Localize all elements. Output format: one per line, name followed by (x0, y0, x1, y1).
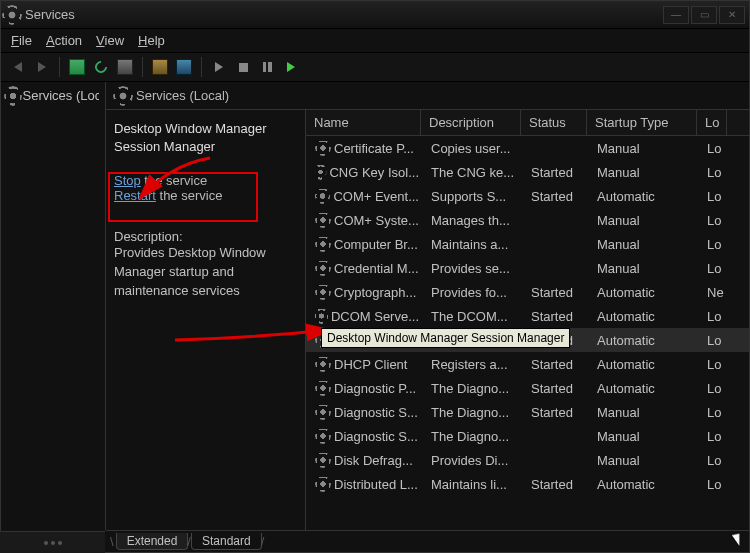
cell-name: Distributed L... (334, 477, 418, 492)
tree-pane: Services (Local) (1, 82, 106, 530)
cell-logon: Lo (701, 429, 731, 444)
col-logon[interactable]: Lo (697, 110, 727, 135)
play-icon (215, 62, 223, 72)
table-row[interactable]: CNG Key Isol...The CNG ke...StartedManua… (306, 160, 749, 184)
tab-standard[interactable]: Standard (191, 533, 262, 550)
cell-startup: Automatic (591, 357, 701, 372)
titlebar: Services — ▭ ✕ (1, 1, 749, 29)
stop-service-button[interactable] (232, 56, 254, 78)
table-row[interactable]: Cryptograph...Provides fo...StartedAutom… (306, 280, 749, 304)
cell-desc: The Diagno... (425, 381, 525, 396)
help-icon (152, 59, 168, 75)
pane-header: Services (Local) (106, 82, 749, 110)
table-row[interactable]: Disk Defrag...Provides Di...ManualLo (306, 448, 749, 472)
table-row[interactable]: DCOM Serve...The DCOM...StartedAutomatic… (306, 304, 749, 328)
arrow-right-icon (38, 62, 46, 72)
status-bar-pager (0, 531, 105, 553)
stop-link[interactable]: Stop (114, 173, 141, 188)
cell-status: Started (525, 285, 591, 300)
restart-service-line: Restart the service (114, 188, 297, 203)
cell-desc: Provides se... (425, 261, 525, 276)
table-row[interactable]: Computer Br...Maintains a...ManualLo (306, 232, 749, 256)
table-row[interactable]: COM+ Event...Supports S...StartedAutomat… (306, 184, 749, 208)
separator (201, 57, 202, 77)
gear-icon (317, 358, 328, 369)
table-header: Name Description Status Startup Type Lo (306, 110, 749, 136)
cell-status: Started (525, 309, 591, 324)
cell-name: COM+ Syste... (334, 213, 419, 228)
restart-rest: the service (156, 188, 222, 203)
detail-panel: Desktop Window Manager Session Manager S… (106, 110, 306, 530)
gear-icon (317, 286, 328, 297)
properties-button[interactable] (66, 56, 88, 78)
restart-service-button[interactable] (280, 56, 302, 78)
table-row[interactable]: Diagnostic S...The Diagno...StartedManua… (306, 400, 749, 424)
cell-startup: Manual (591, 453, 701, 468)
pause-icon (263, 62, 272, 72)
cell-startup: Manual (591, 237, 701, 252)
gear-icon (317, 190, 328, 201)
separator (142, 57, 143, 77)
options-button[interactable] (173, 56, 195, 78)
cell-logon: Lo (701, 165, 731, 180)
tree-root-item[interactable]: Services (Local) (5, 86, 101, 105)
gear-icon (317, 142, 328, 153)
menu-action[interactable]: Action (46, 33, 82, 48)
cell-desc: Copies user... (425, 141, 525, 156)
table-row[interactable]: Diagnostic S...The Diagno...ManualLo (306, 424, 749, 448)
cell-logon: Lo (701, 141, 731, 156)
menubar: File Action View Help (1, 29, 749, 53)
table-row[interactable]: Distributed L...Maintains li...StartedAu… (306, 472, 749, 496)
cell-logon: Lo (701, 453, 731, 468)
minimize-button[interactable]: — (663, 6, 689, 24)
tab-extended[interactable]: Extended (116, 533, 189, 550)
options-icon (176, 59, 192, 75)
cell-status: Started (525, 165, 591, 180)
forward-button[interactable] (31, 56, 53, 78)
cell-name: Credential M... (334, 261, 419, 276)
cell-startup: Manual (591, 405, 701, 420)
cell-status: Started (525, 189, 591, 204)
close-button[interactable]: ✕ (719, 6, 745, 24)
cell-startup: Automatic (591, 333, 701, 348)
stop-rest: the service (141, 173, 207, 188)
tree-root-label: Services (Local) (23, 88, 100, 103)
help-button[interactable] (149, 56, 171, 78)
start-service-button[interactable] (208, 56, 230, 78)
gear-icon (317, 478, 328, 489)
cell-startup: Manual (591, 429, 701, 444)
pause-service-button[interactable] (256, 56, 278, 78)
menu-help[interactable]: Help (138, 33, 165, 48)
cell-name: DHCP Client (334, 357, 407, 372)
table-row[interactable]: Diagnostic P...The Diagno...StartedAutom… (306, 376, 749, 400)
table-row[interactable]: DHCP ClientRegisters a...StartedAutomati… (306, 352, 749, 376)
col-startup[interactable]: Startup Type (587, 110, 697, 135)
menu-file[interactable]: File (11, 33, 32, 48)
cell-name: Certificate P... (334, 141, 414, 156)
col-description[interactable]: Description (421, 110, 521, 135)
cell-name: COM+ Event... (333, 189, 419, 204)
col-name[interactable]: Name (306, 110, 421, 135)
cell-logon: Lo (701, 237, 731, 252)
table-row[interactable]: Certificate P...Copies user...ManualLo (306, 136, 749, 160)
cell-logon: Lo (701, 405, 731, 420)
window-title: Services (25, 7, 75, 22)
export-button[interactable] (114, 56, 136, 78)
gear-icon (317, 262, 328, 273)
cell-logon: Ne (701, 285, 731, 300)
table-row[interactable]: Credential M...Provides se...ManualLo (306, 256, 749, 280)
gear-icon (317, 214, 328, 225)
refresh-button[interactable] (90, 56, 112, 78)
table-row[interactable]: COM+ Syste...Manages th...ManualLo (306, 208, 749, 232)
cell-name: Diagnostic S... (334, 429, 418, 444)
cell-name: Cryptograph... (334, 285, 416, 300)
selected-service-title: Desktop Window Manager Session Manager (114, 120, 297, 155)
gear-icon (317, 406, 328, 417)
menu-view[interactable]: View (96, 33, 124, 48)
restart-link[interactable]: Restart (114, 188, 156, 203)
cell-status: Started (525, 381, 591, 396)
col-status[interactable]: Status (521, 110, 587, 135)
maximize-button[interactable]: ▭ (691, 6, 717, 24)
description-text: Provides Desktop Window Manager startup … (114, 244, 297, 301)
back-button[interactable] (7, 56, 29, 78)
